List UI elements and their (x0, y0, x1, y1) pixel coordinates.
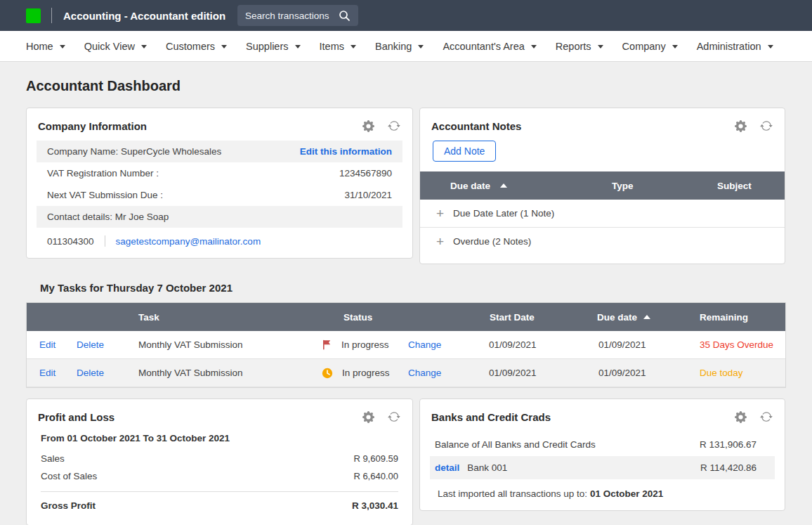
contact-links-row: 011304300 sagetestcompany@mailinator.com (37, 228, 402, 247)
phone-number: 011304300 (47, 236, 94, 247)
banks-panel-title: Banks and Credit Crads (431, 411, 551, 423)
next-vat-row: Next VAT Submission Due : 31/10/2021 (37, 184, 402, 206)
delete-task-link[interactable]: Delete (64, 339, 138, 350)
search-box[interactable] (237, 5, 358, 26)
pl-label: Sales (41, 453, 65, 464)
divider (105, 235, 105, 247)
refresh-icon[interactable] (388, 119, 400, 132)
remaining-value: Due today (687, 368, 785, 378)
bank-account-value: R 114,420.86 (700, 462, 757, 473)
topbar-divider (51, 8, 52, 23)
nav-item-reports[interactable]: Reports (556, 41, 603, 52)
notes-group-due-date-later[interactable]: + Due Date Later (1 Note) (420, 200, 785, 228)
tasks-column-task[interactable]: Task (138, 312, 322, 323)
notes-group-label: Due Date Later (1 Note) (453, 208, 554, 219)
chevron-down-icon (418, 45, 424, 48)
gear-icon[interactable] (735, 120, 747, 132)
notes-group-overdue[interactable]: + Overdue (2 Notes) (420, 228, 785, 264)
sort-ascending-icon (500, 183, 507, 188)
banks-and-credit-cards-panel: Banks and Credit Crads Balance of All Ba… (419, 398, 785, 511)
brand-logo[interactable] (26, 8, 41, 23)
edit-information-link[interactable]: Edit this information (300, 146, 392, 157)
bank-account-name: Bank 001 (467, 462, 507, 473)
contact-details-text: Contact details: Mr Joe Soap (47, 212, 169, 222)
notes-column-due-date[interactable]: Due date (420, 181, 596, 191)
balance-value: R 131,906.67 (700, 439, 757, 450)
table-row: Edit Delete Monthly VAT Submission In pr… (27, 359, 785, 387)
red-flag-icon (322, 339, 332, 350)
expand-plus-icon[interactable]: + (436, 236, 444, 247)
change-status-link[interactable]: Change (408, 339, 468, 350)
notes-table-header: Due date Type Subject (420, 171, 785, 200)
pl-row-gross-profit: Gross Profit R 3,030.41 (41, 492, 398, 512)
notes-column-subject[interactable]: Subject (701, 181, 785, 191)
refresh-icon[interactable] (760, 410, 773, 423)
nav-item-quick-view[interactable]: Quick View (84, 41, 147, 52)
top-bar: Accounting - Accountant edition (0, 0, 812, 31)
report-period: From 01 October 2021 To 31 October 2021 (41, 433, 398, 450)
balance-label: Balance of All Banks and Credit Cards (435, 439, 596, 450)
search-icon[interactable] (339, 10, 351, 22)
nav-item-home[interactable]: Home (26, 41, 65, 52)
contact-details-row: Contact details: Mr Joe Soap (37, 206, 402, 228)
chevron-down-icon (60, 45, 65, 48)
email-link[interactable]: sagetestcompany@mailinator.com (116, 236, 261, 247)
edit-task-link[interactable]: Edit (27, 339, 64, 350)
refresh-icon[interactable] (760, 119, 773, 132)
vat-number-value: 1234567890 (339, 168, 392, 179)
bank-detail-link[interactable]: detail (435, 462, 459, 473)
chevron-down-icon (221, 45, 227, 48)
task-name: Monthly VAT Submission (138, 339, 322, 350)
edit-task-link[interactable]: Edit (27, 368, 64, 378)
pl-total-label: Gross Profit (41, 500, 96, 511)
pl-total-value: R 3,030.41 (352, 500, 398, 511)
last-imported-label: Last imported all transactions up to: (438, 488, 590, 499)
gear-icon[interactable] (362, 411, 374, 423)
next-vat-value: 31/10/2021 (344, 190, 392, 200)
remaining-value: 35 Days Overdue (687, 339, 785, 350)
due-date-value: 01/09/2021 (578, 368, 687, 378)
change-status-link[interactable]: Change (408, 368, 468, 378)
tasks-column-due-date[interactable]: Due date (578, 312, 687, 323)
app-title: Accounting - Accountant edition (63, 10, 225, 22)
nav-item-banking[interactable]: Banking (375, 41, 424, 52)
expand-plus-icon[interactable]: + (436, 208, 444, 219)
tasks-column-remaining[interactable]: Remaining (687, 312, 785, 323)
tasks-column-start-date[interactable]: Start Date (468, 312, 578, 323)
nav-item-accountants-area[interactable]: Accountant's Area (443, 41, 536, 52)
task-status: In progress (322, 339, 408, 350)
nav-item-administration[interactable]: Administration (697, 41, 773, 52)
last-imported-date: 01 October 2021 (590, 488, 663, 499)
gear-icon[interactable] (735, 411, 747, 423)
chevron-down-icon (672, 45, 678, 48)
accountant-notes-panel: Accountant Notes Add Note Due date Type (419, 108, 785, 264)
chevron-down-icon (351, 45, 356, 48)
start-date-value: 01/09/2021 (468, 368, 578, 378)
nav-item-suppliers[interactable]: Suppliers (246, 41, 300, 52)
pl-row-cost-of-sales: Cost of Sales R 6,640.00 (41, 467, 398, 485)
add-note-button[interactable]: Add Note (433, 141, 496, 162)
main-nav: Home Quick View Customers Suppliers Item… (0, 31, 812, 62)
refresh-icon[interactable] (388, 410, 400, 423)
pl-row-sales: Sales R 9,609.59 (41, 450, 398, 467)
nav-item-customers[interactable]: Customers (166, 41, 227, 52)
chevron-down-icon (531, 45, 537, 48)
nav-item-items[interactable]: Items (320, 41, 356, 52)
chevron-down-icon (768, 45, 773, 48)
nav-item-company[interactable]: Company (622, 41, 678, 52)
notes-column-type[interactable]: Type (596, 181, 701, 191)
page-title: Accountant Dashboard (26, 78, 786, 94)
start-date-value: 01/09/2021 (468, 339, 578, 350)
banks-balance-row: Balance of All Banks and Credit Cards R … (430, 433, 775, 456)
gear-icon[interactable] (362, 120, 374, 132)
delete-task-link[interactable]: Delete (64, 368, 138, 378)
next-vat-label: Next VAT Submission Due : (47, 190, 163, 200)
company-information-panel: Company Information Company Name: SuperC… (26, 108, 413, 259)
pl-value: R 9,609.59 (353, 453, 398, 464)
due-date-value: 01/09/2021 (578, 339, 687, 350)
search-input[interactable] (245, 11, 334, 21)
tasks-table: Task Status Start Date Due date Remainin… (26, 302, 786, 388)
task-status: In progress (322, 368, 408, 379)
tasks-column-status[interactable]: Status (322, 312, 408, 323)
company-name-row: Company Name: SuperCycle Wholesales Edit… (37, 141, 402, 162)
